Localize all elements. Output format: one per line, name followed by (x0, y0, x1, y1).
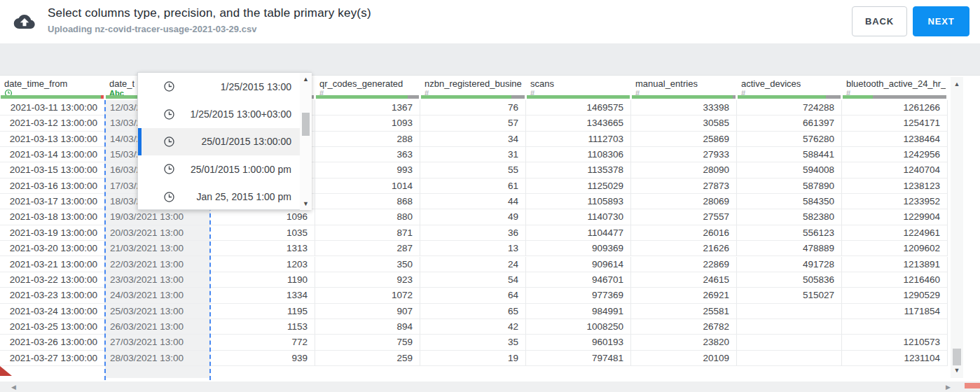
table-cell: 1096 (210, 209, 315, 225)
table-cell: 26782 (631, 319, 737, 335)
table-cell: 1125029 (526, 178, 631, 194)
table-cell: 26921 (631, 288, 737, 303)
table-cell: 894 (315, 319, 420, 335)
scroll-right-icon[interactable]: ▶ (946, 384, 951, 391)
table-cell: 1035 (210, 225, 315, 241)
table-cell: 1240704 (842, 162, 948, 178)
dropdown-scrollbar-thumb[interactable] (302, 113, 310, 136)
scroll-left-icon[interactable]: ◀ (11, 384, 16, 391)
table-cell: 1367 (315, 100, 420, 115)
clock-icon (163, 163, 175, 175)
column-quality-bar (1, 95, 104, 99)
clock-icon (163, 80, 175, 92)
next-button[interactable]: NEXT (913, 6, 969, 36)
column-header[interactable]: scans# (526, 76, 631, 100)
column-header[interactable]: date_time_from (0, 76, 105, 100)
upload-cloud-icon (13, 11, 36, 35)
table-cell: 350 (315, 257, 420, 272)
table-cell: 1343665 (526, 115, 631, 131)
table-horizontal-scrollbar[interactable]: ◀ ▶ (0, 382, 980, 392)
table-cell: 1171854 (842, 304, 948, 319)
dropdown-scrollbar[interactable]: ▲ ▼ (300, 73, 312, 210)
table-cell (737, 351, 842, 366)
table-cell (842, 319, 948, 335)
table-cell (737, 304, 842, 319)
table-cell: 20/03/2021 13:00 (105, 225, 210, 241)
column-header[interactable]: qr_codes_generated# (315, 76, 420, 100)
vertical-scrollbar-thumb[interactable] (953, 349, 961, 365)
table-cell: 1104477 (526, 225, 631, 241)
table-cell: 24615 (631, 272, 737, 288)
table-cell: 993 (315, 162, 420, 178)
column-header[interactable]: manual_entries# (631, 76, 737, 100)
column-header[interactable]: bluetooth_active_24_hr_# (842, 76, 948, 100)
table-cell: 1216460 (842, 272, 948, 288)
table-row: 2021-03-21 13:00:0022/03/2021 13:0012033… (0, 257, 948, 272)
dropdown-option[interactable]: 1/25/2015 13:00 (138, 73, 300, 100)
scroll-down-icon[interactable]: ▼ (300, 200, 312, 207)
table-cell: 1008250 (526, 319, 631, 335)
table-cell: 24 (420, 257, 526, 272)
table-cell: 2021-03-22 13:00:00 (0, 272, 105, 288)
table-row: 2021-03-22 13:00:0023/03/2021 13:0011909… (0, 272, 948, 288)
column-quality-bar (632, 95, 736, 99)
dropdown-option-selected[interactable]: 25/01/2015 13:00:00 (138, 128, 300, 155)
table-cell: 35 (420, 335, 526, 350)
column-header[interactable]: active_devices# (737, 76, 842, 100)
table-vertical-scrollbar[interactable]: ▲ ▼ (951, 77, 963, 378)
table-row: 2021-03-20 13:00:0021/03/2021 13:0013132… (0, 241, 948, 256)
table-cell: 1203 (210, 257, 315, 272)
table-cell: 2021-03-12 13:00:00 (0, 115, 105, 131)
column-quality-bar (843, 95, 946, 99)
table-cell: 2021-03-11 13:00:00 (0, 100, 105, 115)
table-cell: 2021-03-17 13:00:00 (0, 194, 105, 209)
table-cell: 24/03/2021 13:00 (105, 288, 210, 303)
table-cell: 478889 (737, 241, 842, 256)
table-cell: 21626 (631, 241, 737, 256)
table-cell: 1105893 (526, 194, 631, 209)
table-cell: 1469575 (526, 100, 631, 115)
table-cell: 22/03/2021 13:00 (105, 257, 210, 272)
scroll-up-icon[interactable]: ▲ (951, 80, 963, 88)
dropdown-option-label: 25/01/2015 1:00:00 pm (175, 164, 300, 175)
table-cell: 2021-03-21 13:00:00 (0, 257, 105, 272)
table-cell: 1238123 (842, 178, 948, 194)
table-cell: 55 (420, 162, 526, 178)
table-cell: 1242956 (842, 147, 948, 162)
dropdown-option[interactable]: 1/25/2015 13:00+03:00 (138, 100, 300, 127)
table-cell: 759 (315, 335, 420, 350)
table-cell: 588441 (737, 147, 842, 162)
table-cell: 1334 (210, 288, 315, 303)
page-subtitle: Uploading nz-covid-tracer-usage-2021-03-… (48, 24, 256, 34)
column-name: manual_entries (635, 78, 698, 89)
table-cell: 1313 (210, 241, 315, 256)
table-cell: 1209602 (842, 241, 948, 256)
table-cell: 960193 (526, 335, 631, 350)
table-cell: 34 (420, 132, 526, 147)
column-quality-bar (421, 95, 525, 99)
scroll-up-icon[interactable]: ▲ (300, 76, 312, 83)
table-cell: 49 (420, 209, 526, 225)
column-header[interactable]: nzbn_registered_busine# (420, 76, 526, 100)
clock-icon (163, 191, 175, 203)
back-button[interactable]: BACK (852, 6, 907, 36)
table-cell: 505836 (737, 272, 842, 288)
table-cell: 1229904 (842, 209, 948, 225)
dropdown-option[interactable]: Jan 25, 2015 1:00 pm (138, 183, 300, 211)
column-name: date_time_from (4, 78, 67, 89)
dropdown-option[interactable]: 25/01/2015 1:00:00 pm (138, 155, 300, 183)
table-cell: 2021-03-14 13:00:00 (0, 147, 105, 162)
table-cell: 44 (420, 194, 526, 209)
table-cell: 1135378 (526, 162, 631, 178)
page-title: Select columns type, precision, and the … (48, 6, 371, 20)
horizontal-scrollbar-thumb[interactable] (965, 383, 980, 388)
table-cell: 582380 (737, 209, 842, 225)
table-cell: 2021-03-27 13:00:00 (0, 351, 105, 366)
scroll-down-icon[interactable]: ▼ (951, 367, 963, 374)
table-cell: 1140730 (526, 209, 631, 225)
table-cell: 25869 (631, 132, 737, 147)
column-name: nzbn_registered_busine (425, 78, 522, 89)
table-cell: 907 (315, 304, 420, 319)
table-cell: 25581 (631, 304, 737, 319)
table-cell: 23820 (631, 335, 737, 350)
